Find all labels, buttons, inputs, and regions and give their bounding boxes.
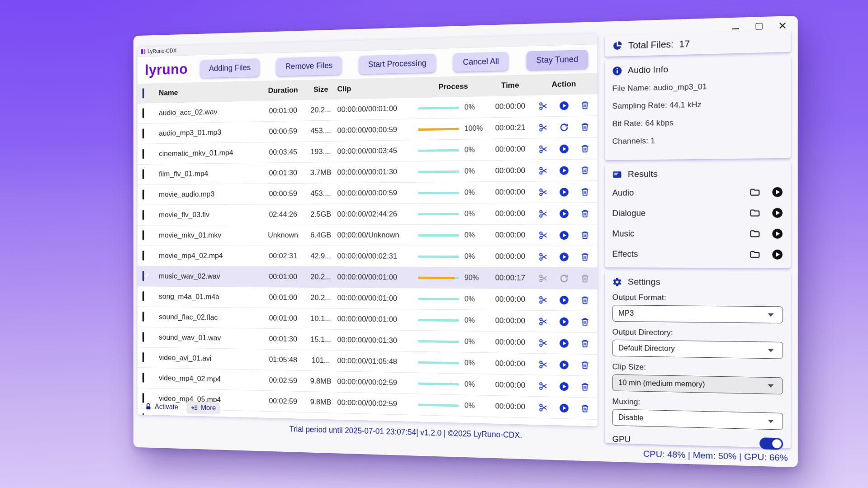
trash-icon[interactable] (580, 208, 590, 218)
row-checkbox[interactable] (142, 149, 144, 159)
table-row[interactable]: movie_flv_03.flv 02:44:26 2.5GB 00:00:00… (138, 203, 597, 225)
trash-icon[interactable] (580, 425, 590, 426)
trash-icon[interactable] (580, 382, 590, 392)
row-checkbox[interactable] (142, 271, 144, 281)
trash-icon[interactable] (580, 403, 590, 413)
row-name: sound_flac_02.flac (159, 313, 261, 322)
cut-icon[interactable] (538, 187, 548, 197)
table-row[interactable]: movie_audio.mp3 00:00:59 453.... 00:00:0… (138, 181, 597, 205)
cut-icon[interactable] (538, 123, 548, 133)
table-row[interactable]: movie_mp4_02.mp4 00:02:31 42.9... 00:00:… (138, 246, 597, 268)
row-duration: 01:05:48 (262, 355, 304, 365)
play-icon[interactable] (771, 207, 783, 218)
play-icon[interactable] (559, 208, 569, 218)
trash-icon[interactable] (580, 338, 590, 348)
row-checkbox[interactable] (142, 251, 144, 261)
cut-icon[interactable] (538, 338, 548, 348)
stay-tuned-button[interactable]: Stay Tuned (526, 49, 588, 70)
trash-icon[interactable] (580, 230, 590, 240)
row-checkbox[interactable] (142, 190, 144, 199)
trash-icon[interactable] (580, 100, 590, 110)
play-icon[interactable] (559, 425, 569, 426)
more-button[interactable]: More (186, 401, 220, 414)
folder-icon[interactable] (749, 228, 761, 239)
clip-size-select[interactable]: 10 min (medium memory) (612, 374, 783, 395)
play-icon[interactable] (559, 381, 569, 391)
row-checkbox[interactable] (142, 230, 144, 240)
play-icon[interactable] (559, 230, 569, 240)
play-icon[interactable] (559, 360, 569, 370)
folder-icon[interactable] (749, 186, 761, 198)
play-icon[interactable] (559, 295, 569, 305)
adding-files-button[interactable]: Adding Files (200, 58, 260, 78)
row-checkbox[interactable] (142, 169, 144, 179)
row-clip: 00:00:00/00:00:59 (337, 189, 418, 198)
output-format-select[interactable]: MP3 (612, 305, 783, 323)
folder-icon[interactable] (749, 207, 761, 218)
table-row[interactable]: movie_mkv_01.mkv Unknown 6.4GB 00:00:00/… (138, 224, 597, 246)
row-checkbox[interactable] (142, 312, 144, 322)
row-checkbox[interactable] (142, 352, 144, 362)
cut-icon[interactable] (538, 273, 548, 283)
play-icon[interactable] (559, 187, 569, 197)
close-button[interactable] (778, 21, 787, 30)
trash-icon[interactable] (580, 165, 590, 175)
activate-button[interactable]: Activate (141, 400, 182, 413)
trash-icon[interactable] (580, 122, 590, 132)
output-directory-select[interactable]: Default Directory (612, 340, 783, 359)
play-icon[interactable] (559, 338, 569, 348)
row-size: 20.2... (304, 294, 337, 303)
muxing-select[interactable]: Disable (612, 409, 783, 430)
folder-icon[interactable] (749, 249, 761, 260)
row-checkbox[interactable] (142, 413, 144, 423)
trash-icon[interactable] (580, 317, 590, 327)
row-size: 10.1... (304, 314, 337, 323)
row-checkbox[interactable] (142, 108, 144, 118)
row-checkbox[interactable] (142, 373, 144, 383)
play-icon[interactable] (559, 317, 569, 327)
results-title: Results (628, 169, 658, 179)
cut-icon[interactable] (538, 403, 548, 412)
play-icon[interactable] (771, 249, 783, 260)
row-checkbox[interactable] (142, 291, 144, 301)
cancel-all-button[interactable]: Cancel All (453, 52, 508, 71)
table-row[interactable]: music_wav_02.wav 00:01:00 20.2... 00:00:… (138, 266, 597, 289)
cut-icon[interactable] (538, 166, 548, 175)
play-icon[interactable] (559, 252, 569, 261)
trash-icon[interactable] (580, 295, 590, 305)
refresh-icon[interactable] (559, 122, 569, 132)
result-label: Music (612, 229, 635, 239)
trash-icon[interactable] (580, 187, 590, 197)
play-icon[interactable] (771, 186, 783, 198)
row-checkbox[interactable] (142, 332, 144, 342)
cut-icon[interactable] (538, 209, 548, 218)
play-icon[interactable] (771, 228, 783, 239)
cut-icon[interactable] (538, 101, 548, 111)
play-icon[interactable] (559, 144, 569, 154)
play-icon[interactable] (559, 166, 569, 175)
play-icon[interactable] (559, 403, 569, 413)
trash-icon[interactable] (580, 143, 590, 153)
minimize-button[interactable] (731, 23, 740, 31)
trash-icon[interactable] (580, 252, 590, 261)
cut-icon[interactable] (538, 317, 548, 327)
start-processing-button[interactable]: Start Processing (359, 53, 436, 74)
window-frame: LyRuno-CDX lyruno Adding Files Remove Fi… (133, 16, 798, 468)
refresh-icon[interactable] (559, 274, 569, 283)
play-icon[interactable] (559, 100, 569, 110)
cut-icon[interactable] (538, 252, 548, 261)
maximize-button[interactable] (754, 22, 763, 30)
cut-icon[interactable] (538, 424, 548, 426)
cut-icon[interactable] (538, 144, 548, 154)
gpu-toggle[interactable] (759, 437, 783, 450)
row-checkbox[interactable] (142, 210, 144, 220)
cut-icon[interactable] (538, 360, 548, 370)
cut-icon[interactable] (538, 295, 548, 304)
select-all-checkbox[interactable] (142, 88, 144, 98)
trash-icon[interactable] (580, 274, 590, 284)
remove-files-button[interactable]: Remove Files (276, 56, 342, 76)
cut-icon[interactable] (538, 381, 548, 391)
row-checkbox[interactable] (142, 128, 144, 138)
trash-icon[interactable] (580, 360, 590, 370)
cut-icon[interactable] (538, 230, 548, 240)
